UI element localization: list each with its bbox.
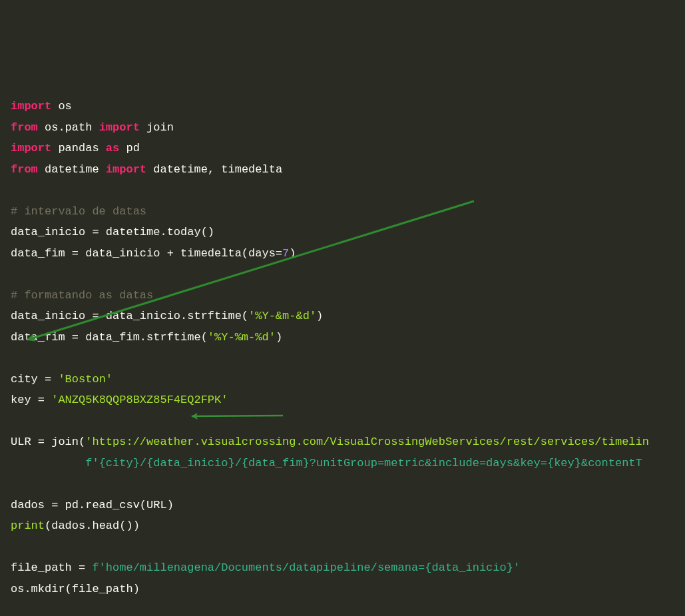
code-line: dados = pd.read_csv(URL)	[11, 499, 174, 511]
string-literal: '%Y-&m-&d'	[248, 310, 316, 322]
blank-line	[11, 603, 17, 616]
fstring-literal: f'home/millenagena/Documents/datapipelin…	[92, 561, 520, 574]
keyword-import: import	[106, 163, 146, 176]
code-line: data_fim = data_inicio + timedelta(days=…	[11, 247, 296, 260]
code-line: from os.path import join	[11, 121, 174, 134]
code-line: data_inicio = datetime.today()	[11, 226, 214, 238]
blank-line	[11, 541, 17, 553]
code-line: # formatando as datas	[11, 289, 153, 302]
blank-line	[11, 477, 17, 490]
code-line: ULR = join('https://weather.visualcrossi…	[11, 436, 649, 448]
code-line: # intervalo de datas	[11, 205, 146, 218]
code-line: city = 'Boston'	[11, 373, 113, 386]
comment: # intervalo de datas	[11, 205, 146, 218]
blank-line	[11, 268, 17, 280]
keyword-as: as	[106, 142, 119, 154]
code-editor: import os from os.path import join impor…	[11, 96, 674, 616]
blank-line	[11, 352, 17, 364]
code-line: os.mkdir(file_path)	[11, 583, 140, 595]
number-literal: 7	[282, 247, 289, 260]
blank-line	[11, 184, 17, 196]
code-line: f'{city}/{data_inicio}/{data_fim}?unitGr…	[11, 457, 642, 469]
code-line: key = 'ANZQ5K8QQP8BXZ85F4EQ2FPK'	[11, 394, 228, 406]
fstring-literal: f'{city}/{data_inicio}/{data_fim}?unitGr…	[85, 457, 642, 469]
code-line: file_path = f'home/millenagena/Documents…	[11, 561, 520, 574]
string-literal: 'https://weather.visualcrossing.com/Visu…	[85, 436, 649, 448]
code-line: import pandas as pd	[11, 142, 140, 154]
keyword-import: import	[99, 121, 140, 134]
string-literal: 'Boston'	[58, 373, 113, 386]
code-line: from datetime import datetime, timedelta	[11, 163, 282, 176]
keyword-import: import	[11, 142, 51, 154]
code-line: data_fim = data_fim.strftime('%Y-%m-%d')	[11, 331, 282, 344]
string-literal: 'ANZQ5K8QQP8BXZ85F4EQ2FPK'	[51, 394, 228, 406]
keyword-from: from	[11, 121, 38, 134]
keyword-import: import	[11, 100, 51, 113]
keyword-from: from	[11, 163, 38, 176]
code-line: print(dados.head())	[11, 519, 140, 532]
builtin-print: print	[11, 519, 45, 532]
string-literal: '%Y-%m-%d'	[208, 331, 276, 344]
comment: # formatando as datas	[11, 289, 153, 302]
code-line: import os	[11, 100, 72, 113]
code-line: data_inicio = data_inicio.strftime('%Y-&…	[11, 310, 323, 322]
blank-line	[11, 415, 17, 428]
